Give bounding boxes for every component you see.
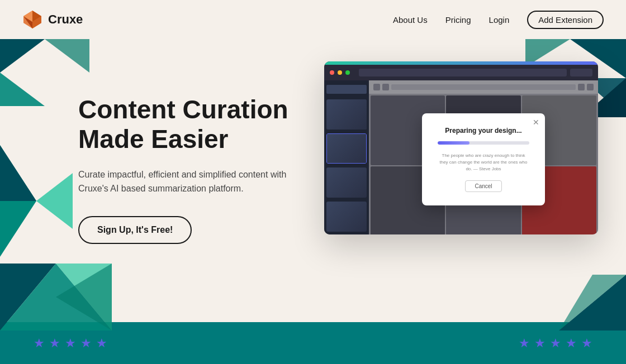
svg-marker-5 bbox=[0, 39, 45, 73]
nav-links: About Us Pricing Login Add Extension bbox=[393, 11, 604, 29]
star-right-1: ★ bbox=[519, 336, 530, 351]
nav-login[interactable]: Login bbox=[489, 15, 510, 25]
brand-name: Cruxe bbox=[48, 12, 83, 27]
svg-marker-7 bbox=[0, 73, 45, 106]
svg-marker-13 bbox=[36, 173, 73, 229]
sidebar-thumb-4 bbox=[326, 202, 367, 232]
window-min-dot bbox=[338, 70, 342, 75]
signup-button[interactable]: Sign Up, It's Free! bbox=[78, 216, 192, 244]
svg-marker-14 bbox=[0, 145, 36, 201]
star-left-5: ★ bbox=[96, 336, 107, 351]
modal-close-button[interactable]: ✕ bbox=[533, 118, 539, 127]
nav-about-us[interactable]: About Us bbox=[393, 15, 428, 25]
logo-icon bbox=[22, 9, 42, 30]
hero-title: Content Curation Made Easier bbox=[78, 95, 302, 154]
nav-pricing[interactable]: Pricing bbox=[445, 15, 471, 25]
deco-midleft bbox=[0, 145, 73, 257]
modal-box: ✕ Preparing your design... The people wh… bbox=[422, 113, 545, 205]
deco-topleft bbox=[0, 39, 89, 106]
modal-progress-track bbox=[438, 141, 529, 145]
sidebar-thumb-1 bbox=[326, 99, 367, 130]
star-right-4: ★ bbox=[566, 336, 577, 351]
star-left-2: ★ bbox=[49, 336, 60, 351]
sidebar-thumb-3 bbox=[326, 167, 367, 198]
mockup-topbar bbox=[324, 65, 598, 80]
star-left-4: ★ bbox=[80, 336, 92, 351]
logo[interactable]: Cruxe bbox=[22, 9, 83, 30]
mockup-body: ✕ Preparing your design... The people wh… bbox=[324, 80, 598, 234]
star-right-3: ★ bbox=[550, 336, 561, 351]
window-close-dot bbox=[330, 70, 334, 75]
mockup-sidebar bbox=[324, 80, 369, 234]
nav-add-extension[interactable]: Add Extension bbox=[527, 11, 604, 29]
deco-bottomright bbox=[559, 275, 626, 331]
sidebar-thumb-2 bbox=[326, 133, 367, 164]
mockup-canvas-area: ✕ Preparing your design... The people wh… bbox=[369, 80, 598, 234]
modal-title: Preparing your design... bbox=[438, 127, 529, 135]
window-max-dot bbox=[345, 70, 350, 75]
star-left-1: ★ bbox=[34, 336, 45, 351]
app-mockup: ✕ Preparing your design... The people wh… bbox=[324, 61, 598, 234]
star-right-2: ★ bbox=[534, 336, 546, 351]
svg-marker-6 bbox=[45, 39, 89, 73]
hero-section: Content Curation Made Easier Curate impa… bbox=[0, 39, 626, 364]
modal-cancel-button[interactable]: Cancel bbox=[465, 180, 501, 192]
hero-subtitle: Curate impactful, efficient and simplifi… bbox=[78, 167, 302, 196]
modal-overlay: ✕ Preparing your design... The people wh… bbox=[369, 80, 598, 234]
navbar: Cruxe About Us Pricing Login Add Extensi… bbox=[0, 0, 626, 39]
hero-content: Content Curation Made Easier Curate impa… bbox=[78, 95, 302, 244]
deco-bottomleft bbox=[0, 264, 112, 331]
modal-progress-fill bbox=[438, 141, 470, 145]
star-right-5: ★ bbox=[581, 336, 592, 351]
modal-quote: The people who are crazy enough to think… bbox=[438, 152, 529, 173]
star-left-3: ★ bbox=[65, 336, 76, 351]
